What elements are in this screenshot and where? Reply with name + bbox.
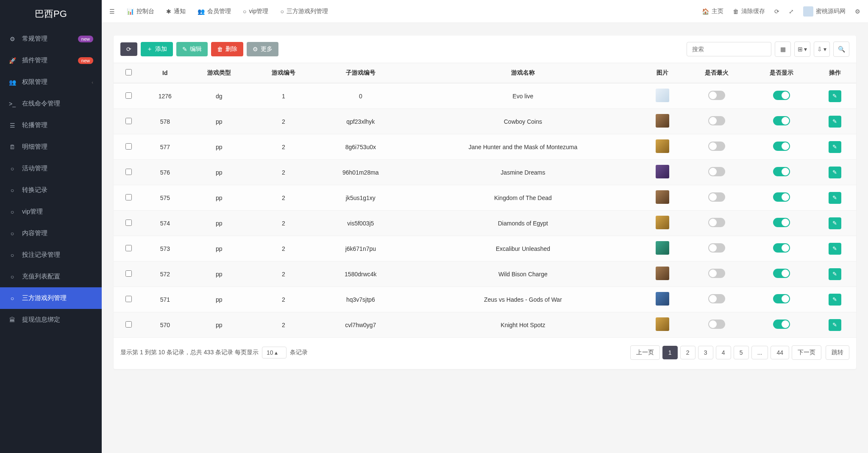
page-link[interactable]: 3 — [698, 346, 713, 359]
show-toggle[interactable] — [773, 192, 790, 202]
sidebar-item[interactable]: ○vip管理 — [0, 201, 102, 222]
sidebar-item[interactable]: >_在线命令管理 — [0, 93, 102, 114]
settings-icon[interactable]: ⚙ — [855, 8, 860, 15]
row-edit-button[interactable]: ✎ — [829, 294, 841, 306]
user-menu[interactable]: 蜜桃源码网 — [803, 6, 846, 17]
hot-toggle[interactable] — [708, 116, 725, 125]
row-edit-button[interactable]: ✎ — [829, 217, 841, 229]
jump-button[interactable]: 跳转 — [826, 345, 849, 360]
sidebar-item[interactable]: ○内容管理 — [0, 222, 102, 244]
show-toggle[interactable] — [773, 91, 790, 100]
delete-button[interactable]: 🗑删除 — [211, 42, 243, 56]
select-all-checkbox[interactable] — [125, 69, 132, 75]
page-size-select[interactable]: 10 ▴ — [262, 347, 287, 359]
sidebar-item[interactable]: 🚀插件管理new — [0, 50, 102, 71]
more-button[interactable]: ⚙更多 — [247, 42, 278, 56]
row-checkbox[interactable] — [125, 270, 132, 277]
refresh-button[interactable]: ⟳ — [120, 42, 137, 56]
page-link[interactable]: ... — [751, 346, 768, 359]
cell-id: 578 — [143, 109, 186, 134]
row-edit-button[interactable]: ✎ — [829, 116, 841, 128]
topnav-item[interactable]: ○三方游戏列管理 — [280, 8, 328, 15]
row-edit-button[interactable]: ✎ — [829, 268, 841, 280]
row-checkbox[interactable] — [125, 143, 132, 150]
sidebar-item[interactable]: 🗓明细管理 — [0, 136, 102, 158]
page-link[interactable]: 1 — [662, 346, 678, 359]
hot-toggle[interactable] — [708, 294, 725, 303]
sidebar-item[interactable]: ○活动管理 — [0, 158, 102, 179]
toolbar-icon-button[interactable]: ▦ — [775, 42, 791, 57]
topnav-icon: ○ — [243, 8, 246, 15]
sidebar-item[interactable]: ○投注记录管理 — [0, 244, 102, 266]
show-toggle[interactable] — [773, 320, 790, 329]
row-checkbox[interactable] — [125, 92, 132, 99]
page-link[interactable]: 4 — [716, 346, 731, 359]
pencil-icon: ✎ — [832, 195, 837, 201]
hot-toggle[interactable] — [708, 320, 725, 329]
page-link[interactable]: 2 — [680, 346, 696, 359]
page-link[interactable]: 44 — [771, 346, 789, 359]
edit-button[interactable]: ✎编辑 — [176, 42, 208, 56]
cell-subnum: jk5us1g1xy — [316, 185, 406, 211]
show-toggle[interactable] — [773, 116, 790, 125]
hot-toggle[interactable] — [708, 243, 725, 253]
row-checkbox[interactable] — [125, 245, 132, 251]
row-edit-button[interactable]: ✎ — [829, 243, 841, 255]
hot-toggle[interactable] — [708, 91, 725, 100]
page-link[interactable]: 下一页 — [792, 345, 821, 360]
sidebar-item[interactable]: ○三方游戏列管理 — [0, 287, 102, 309]
sidebar-item[interactable]: 🏛提现信息绑定 — [0, 309, 102, 331]
topnav-item[interactable]: ✱通知 — [166, 8, 186, 15]
topnav-item[interactable]: 📊控制台 — [127, 8, 154, 15]
show-toggle[interactable] — [773, 243, 790, 253]
row-edit-button[interactable]: ✎ — [829, 192, 841, 204]
topnav-right-item[interactable]: ⤢ — [789, 8, 794, 15]
row-checkbox[interactable] — [125, 118, 132, 124]
sidebar-item[interactable]: ⚙常规管理new — [0, 28, 102, 50]
hot-toggle[interactable] — [708, 192, 725, 202]
sidebar-item[interactable]: 👥权限管理‹ — [0, 71, 102, 93]
row-checkbox[interactable] — [125, 321, 132, 328]
toolbar-icon-button[interactable]: ⊞ ▾ — [794, 42, 810, 57]
row-checkbox[interactable] — [125, 194, 132, 200]
hot-toggle[interactable] — [708, 218, 725, 227]
topnav-right-item[interactable]: 🗑清除缓存 — [733, 8, 765, 15]
show-toggle[interactable] — [773, 218, 790, 227]
topnav-item[interactable]: ○vip管理 — [243, 8, 268, 15]
cell-id: 574 — [143, 211, 186, 236]
row-edit-button[interactable]: ✎ — [829, 90, 841, 102]
topnav-right-item[interactable]: 🏠主页 — [702, 8, 723, 15]
cell-id: 575 — [143, 185, 186, 211]
toolbar-icon-button[interactable]: ⇩ ▾ — [814, 42, 830, 57]
hot-toggle[interactable] — [708, 142, 725, 151]
cell-gnum: 1 — [251, 83, 316, 109]
add-button[interactable]: ＋添加 — [141, 42, 173, 56]
hot-toggle[interactable] — [708, 269, 725, 278]
pencil-icon: ✎ — [832, 271, 837, 277]
hot-toggle[interactable] — [708, 167, 725, 176]
sidebar-item[interactable]: ○充值列表配置 — [0, 266, 102, 287]
page-link[interactable]: 上一页 — [630, 345, 660, 360]
row-checkbox[interactable] — [125, 169, 132, 175]
row-edit-button[interactable]: ✎ — [829, 319, 841, 331]
toolbar-icon-button[interactable]: 🔍 — [833, 42, 849, 57]
row-edit-button[interactable]: ✎ — [829, 167, 841, 178]
table-row: 573pp2j6k671n7puExcalibur Unleashed✎ — [114, 236, 856, 261]
row-edit-button[interactable]: ✎ — [829, 141, 841, 153]
row-checkbox[interactable] — [125, 296, 132, 302]
sidebar-item[interactable]: ○转换记录 — [0, 179, 102, 201]
row-checkbox[interactable] — [125, 220, 132, 226]
search-input[interactable] — [687, 42, 771, 56]
show-toggle[interactable] — [773, 269, 790, 278]
hamburger-icon[interactable]: ☰ — [109, 8, 115, 15]
page-link[interactable]: 5 — [734, 346, 749, 359]
topnav-right-item[interactable]: ⟳ — [774, 8, 779, 15]
nav-badge: new — [78, 36, 93, 42]
show-toggle[interactable] — [773, 167, 790, 176]
show-toggle[interactable] — [773, 294, 790, 303]
table-footer: 显示第 1 到第 10 条记录，总共 433 条记录 每页显示 10 ▴ 条记录… — [114, 338, 856, 369]
sidebar-item[interactable]: ☰轮播管理 — [0, 114, 102, 136]
cell-subnum: 0 — [316, 83, 406, 109]
topnav-item[interactable]: 👥会员管理 — [198, 8, 231, 15]
show-toggle[interactable] — [773, 142, 790, 151]
